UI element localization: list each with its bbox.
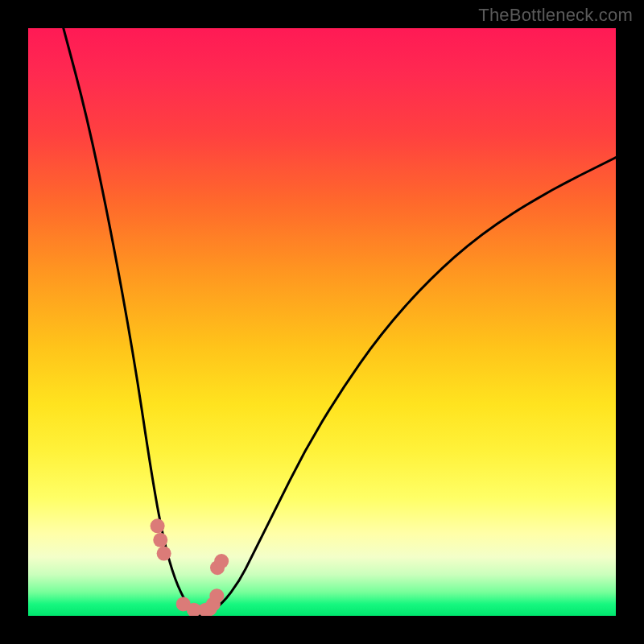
plot-area: [28, 28, 616, 616]
data-marker: [151, 518, 165, 533]
attribution-text: TheBottleneck.com: [478, 5, 633, 26]
data-marker: [157, 547, 171, 561]
curve-layer: [28, 28, 616, 616]
data-marker: [214, 554, 229, 568]
data-marker: [153, 533, 167, 547]
data-marker: [209, 588, 224, 603]
bottleneck-curve: [64, 28, 616, 616]
chart-frame: TheBottleneck.com: [0, 0, 644, 644]
